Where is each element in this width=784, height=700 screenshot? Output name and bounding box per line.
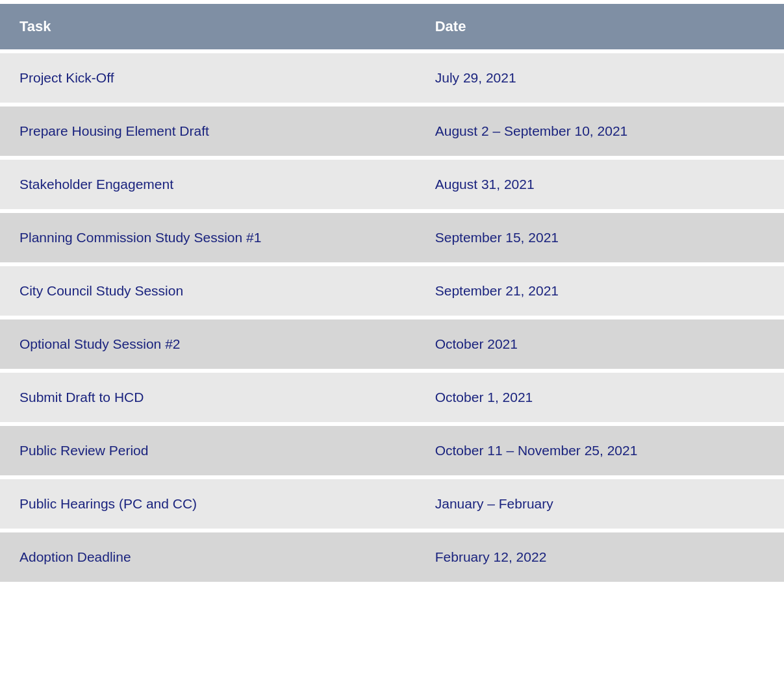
date-cell: September 21, 2021 bbox=[416, 266, 784, 316]
task-cell: Public Hearings (PC and CC) bbox=[0, 479, 416, 529]
table-row: Project Kick-OffJuly 29, 2021 bbox=[0, 53, 784, 103]
date-cell: October 1, 2021 bbox=[416, 373, 784, 422]
task-cell: Stakeholder Engagement bbox=[0, 160, 416, 209]
table-row: City Council Study SessionSeptember 21, … bbox=[0, 266, 784, 316]
date-column-header: Date bbox=[416, 4, 784, 49]
table-row: Public Review PeriodOctober 11 – Novembe… bbox=[0, 426, 784, 475]
task-cell: Optional Study Session #2 bbox=[0, 319, 416, 369]
date-cell: February 12, 2022 bbox=[416, 532, 784, 582]
table-row: Stakeholder EngagementAugust 31, 2021 bbox=[0, 160, 784, 209]
task-cell: Submit Draft to HCD bbox=[0, 373, 416, 422]
date-cell: August 2 – September 10, 2021 bbox=[416, 106, 784, 156]
table-row: Optional Study Session #2October 2021 bbox=[0, 319, 784, 369]
task-cell: City Council Study Session bbox=[0, 266, 416, 316]
task-cell: Public Review Period bbox=[0, 426, 416, 475]
table-row: Prepare Housing Element DraftAugust 2 – … bbox=[0, 106, 784, 156]
task-column-header: Task bbox=[0, 4, 416, 49]
task-cell: Prepare Housing Element Draft bbox=[0, 106, 416, 156]
schedule-table: Task Date Project Kick-OffJuly 29, 2021P… bbox=[0, 0, 784, 586]
date-cell: January – February bbox=[416, 479, 784, 529]
table-row: Planning Commission Study Session #1Sept… bbox=[0, 213, 784, 262]
task-cell: Project Kick-Off bbox=[0, 53, 416, 103]
date-cell: October 11 – November 25, 2021 bbox=[416, 426, 784, 475]
task-cell: Adoption Deadline bbox=[0, 532, 416, 582]
date-cell: July 29, 2021 bbox=[416, 53, 784, 103]
table-row: Public Hearings (PC and CC)January – Feb… bbox=[0, 479, 784, 529]
table-row: Adoption DeadlineFebruary 12, 2022 bbox=[0, 532, 784, 582]
task-cell: Planning Commission Study Session #1 bbox=[0, 213, 416, 262]
date-cell: August 31, 2021 bbox=[416, 160, 784, 209]
date-cell: September 15, 2021 bbox=[416, 213, 784, 262]
date-cell: October 2021 bbox=[416, 319, 784, 369]
table-row: Submit Draft to HCDOctober 1, 2021 bbox=[0, 373, 784, 422]
